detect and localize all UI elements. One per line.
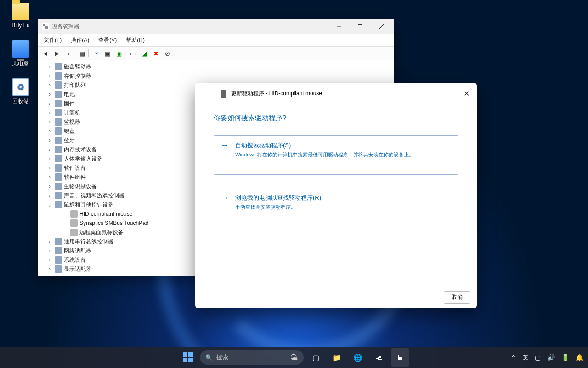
chevron-right-icon[interactable] bbox=[46, 73, 53, 79]
category-icon bbox=[55, 127, 62, 135]
back-button[interactable]: ◄ bbox=[40, 48, 51, 59]
help-button[interactable]: ? bbox=[90, 48, 102, 59]
option-title: 自动搜索驱动程序(S) bbox=[235, 141, 414, 150]
uninstall-button[interactable]: ✖ bbox=[150, 48, 161, 59]
file-explorer-button[interactable]: 📁 bbox=[328, 348, 346, 367]
cancel-button[interactable]: 取消 bbox=[444, 291, 470, 304]
menu-view[interactable]: 查看(V) bbox=[96, 35, 119, 46]
tree-node[interactable]: 磁盘驱动器 bbox=[38, 62, 394, 71]
disable-button[interactable]: ⊘ bbox=[162, 48, 173, 59]
option-browse[interactable]: → 浏览我的电脑以查找驱动程序(R) 手动查找并安装驱动程序。 bbox=[214, 188, 458, 217]
category-icon bbox=[55, 63, 62, 70]
devmgr-taskbar-button[interactable]: 🖥 bbox=[391, 348, 409, 367]
arrow-right-icon: → bbox=[220, 194, 229, 211]
pc-icon bbox=[12, 40, 29, 58]
chevron-down-icon[interactable] bbox=[46, 202, 53, 207]
update-driver-dialog: ← 更新驱动程序 - HID-compliant mouse ✕ 你要如何搜索驱… bbox=[195, 83, 477, 308]
chevron-right-icon[interactable] bbox=[46, 238, 53, 245]
tree-node-label: 人体学输入设备 bbox=[64, 155, 102, 163]
chevron-right-icon[interactable] bbox=[46, 137, 53, 144]
chevron-right-icon[interactable] bbox=[46, 247, 53, 254]
network-icon[interactable]: ▢ bbox=[535, 354, 541, 361]
notifications-icon[interactable]: 🔔 bbox=[576, 354, 583, 361]
battery-icon[interactable]: 🔋 bbox=[561, 354, 569, 361]
category-icon bbox=[55, 100, 62, 107]
category-icon bbox=[55, 91, 62, 98]
close-icon[interactable]: ✕ bbox=[462, 87, 471, 100]
install-button[interactable]: ◪ bbox=[139, 48, 150, 59]
option-auto-search[interactable]: → 自动搜索驱动程序(S) Windows 将在你的计算机中搜索最佳可用驱动程序… bbox=[214, 135, 458, 175]
back-icon[interactable]: ← bbox=[202, 90, 213, 98]
volume-icon[interactable]: 🔊 bbox=[547, 354, 555, 361]
maximize-button[interactable] bbox=[350, 20, 371, 34]
category-icon bbox=[55, 81, 62, 89]
search-input[interactable]: 🔍 搜索 🌤 bbox=[200, 350, 304, 365]
weather-icon: 🌤 bbox=[290, 353, 298, 362]
tree-node-label: 磁盘驱动器 bbox=[64, 63, 91, 71]
desktop-icon-label: 此电脑 bbox=[5, 60, 37, 68]
category-icon bbox=[55, 238, 62, 245]
category-icon bbox=[55, 146, 62, 153]
menubar: 文件(F) 操作(A) 查看(V) 帮助(H) bbox=[38, 34, 394, 47]
edge-icon: 🌐 bbox=[353, 353, 362, 362]
chevron-right-icon[interactable] bbox=[46, 192, 53, 199]
titlebar[interactable]: 设备管理器 bbox=[38, 19, 394, 34]
menu-action[interactable]: 操作(A) bbox=[68, 35, 92, 46]
chevron-right-icon[interactable] bbox=[46, 174, 53, 180]
chevron-right-icon[interactable] bbox=[46, 146, 53, 153]
desktop-icon-this-pc[interactable]: 此电脑 bbox=[5, 40, 37, 68]
update-button[interactable]: ▣ bbox=[113, 48, 124, 59]
minimize-button[interactable] bbox=[328, 20, 350, 34]
desktop-icon-user-folder[interactable]: Billy Fu bbox=[5, 3, 37, 29]
chevron-right-icon[interactable] bbox=[46, 257, 53, 263]
enable-button[interactable]: ▭ bbox=[127, 48, 138, 59]
forward-button[interactable]: ► bbox=[51, 48, 62, 59]
svg-rect-1 bbox=[358, 25, 362, 29]
category-icon bbox=[55, 256, 62, 264]
tray-overflow-icon[interactable]: ⌃ bbox=[511, 354, 516, 361]
task-view-button[interactable]: ▢ bbox=[306, 348, 325, 367]
category-icon bbox=[55, 173, 62, 181]
close-button[interactable] bbox=[371, 20, 392, 34]
desktop-icon-recycle-bin[interactable]: 回收站 bbox=[5, 78, 37, 105]
tree-node[interactable]: 存储控制器 bbox=[38, 71, 394, 80]
start-button[interactable] bbox=[179, 348, 197, 367]
chevron-right-icon[interactable] bbox=[46, 119, 53, 125]
chevron-right-icon[interactable] bbox=[46, 91, 53, 98]
properties-button[interactable]: ▤ bbox=[77, 48, 88, 59]
tree-node-label: 存储控制器 bbox=[64, 72, 91, 80]
system-tray: ⌃ 英 ▢ 🔊 🔋 🔔 bbox=[511, 354, 583, 362]
store-button[interactable]: 🛍 bbox=[370, 348, 388, 367]
search-placeholder: 搜索 bbox=[216, 353, 228, 362]
tree-node-label: 内存技术设备 bbox=[64, 146, 97, 154]
category-icon bbox=[55, 247, 62, 254]
chevron-right-icon[interactable] bbox=[46, 128, 53, 134]
category-icon bbox=[55, 201, 62, 208]
chevron-right-icon[interactable] bbox=[46, 63, 53, 70]
scan-button[interactable]: ▣ bbox=[102, 48, 113, 59]
chevron-right-icon[interactable] bbox=[46, 82, 53, 88]
show-hidden-button[interactable]: ▭ bbox=[65, 48, 76, 59]
chevron-right-icon[interactable] bbox=[46, 100, 53, 107]
menu-file[interactable]: 文件(F) bbox=[41, 35, 64, 46]
tree-node-label: 声音、视频和游戏控制器 bbox=[64, 192, 124, 200]
chevron-right-icon[interactable] bbox=[46, 155, 53, 162]
chevron-right-icon[interactable] bbox=[46, 183, 53, 190]
chevron-right-icon[interactable] bbox=[46, 109, 53, 116]
separator bbox=[125, 49, 127, 58]
dialog-question: 你要如何搜索驱动程序? bbox=[214, 114, 458, 122]
menu-help[interactable]: 帮助(H) bbox=[123, 35, 147, 46]
chevron-right-icon[interactable] bbox=[46, 165, 53, 171]
chevron-right-icon[interactable] bbox=[46, 266, 53, 272]
tree-node-label: 远程桌面鼠标设备 bbox=[79, 229, 124, 236]
ime-indicator[interactable]: 英 bbox=[523, 354, 528, 362]
category-icon bbox=[55, 192, 62, 199]
edge-button[interactable]: 🌐 bbox=[349, 348, 367, 367]
option-desc: 手动查找并安装驱动程序。 bbox=[235, 204, 321, 211]
separator bbox=[63, 49, 65, 58]
category-icon bbox=[55, 265, 62, 273]
tree-node-label: 鼠标和其他指针设备 bbox=[64, 201, 113, 209]
tree-node-label: 监视器 bbox=[64, 118, 80, 126]
device-icon bbox=[221, 90, 226, 98]
toolbar: ◄ ► ▭ ▤ ? ▣ ▣ ▭ ◪ ✖ ⊘ bbox=[38, 47, 394, 60]
